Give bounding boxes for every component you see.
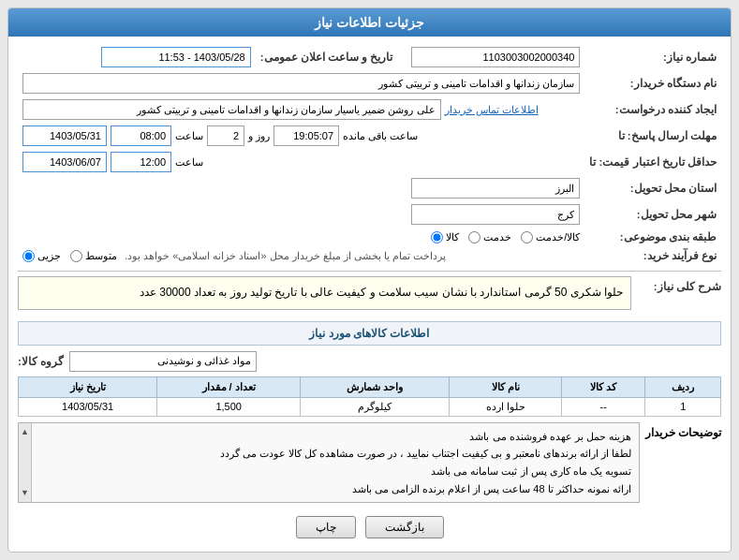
buyer-org-input[interactable] [22,73,580,94]
reply-day-input[interactable] [207,125,244,146]
col-header-row: ردیف [645,376,721,397]
purchase-radio-medium[interactable]: متوسط [70,250,117,262]
reply-time-input[interactable] [111,125,171,146]
description-box: حلوا شکری 50 گرمی استاندارد با نشان سیب … [18,276,631,310]
price-time-label: ساعت [175,156,203,169]
col-header-name: نام کالا [450,376,562,397]
notes-content: ▲ ▼ هزینه حمل بر عهده فروشنده می باشدلطف… [18,422,640,504]
table-row: 1--حلوا اردهکیلوگرم1,5001403/05/31 [19,397,721,416]
notes-lines: هزینه حمل بر عهده فروشنده می باشدلطفا از… [36,428,631,498]
cell-date: 1403/05/31 [19,397,157,416]
cell-row: 1 [645,397,721,416]
note-line: تسویه یک ماه کاری پس از ثبت سامانه می با… [36,463,631,480]
purchase-note: پرداخت تمام یا بخشی از مبلغ خریدار محل «… [125,250,446,262]
need-number-input[interactable] [411,47,580,67]
reply-day-label: روز و [248,130,270,142]
page-title: جزئیات اطلاعات نیاز [315,15,424,30]
notes-scrollbar[interactable]: ▲ ▼ [19,423,32,503]
province-label: استان محل تحویل: [584,175,721,201]
info-table: شماره نیاز: تاریخ و ساعت اعلان عمومی: نا… [18,44,721,265]
note-line: لطفا از ارائه برندهای نامعتبر و بی کیفیت… [36,445,631,463]
reply-remaining-label: ساعت باقی مانده [343,130,418,142]
scroll-up-arrow[interactable]: ▲ [19,423,31,441]
notes-section: توضیحات خریدار ▲ ▼ هزینه حمل بر عهده فرو… [18,422,721,504]
purchase-radio-partial[interactable]: جزیی [22,250,61,262]
notes-label: توضیحات خریدار [645,422,721,504]
col-header-code: کد کالا [562,376,645,397]
goods-table: ردیف کد کالا نام کالا واحد شمارش تعداد /… [18,376,721,417]
category-label: طبقه بندی موضوعی: [584,228,721,246]
buttons-row: بازگشت چاپ [18,510,721,544]
category-radio-goods[interactable]: کالا [431,231,459,243]
col-header-unit: واحد شمارش [301,376,450,397]
date-input[interactable] [101,47,251,67]
category-radio-service[interactable]: خدمت [468,231,511,243]
description-text: حلوا شکری 50 گرمی استاندارد با نشان سیب … [140,286,623,299]
card-body: شماره نیاز: تاریخ و ساعت اعلان عمومی: نا… [8,37,731,552]
print-button[interactable]: چاپ [296,516,356,538]
scroll-down-arrow[interactable]: ▼ [19,484,31,502]
back-button[interactable]: بازگشت [365,516,444,538]
note-line: ارائه نمونه حداکثر تا 48 ساعت پس از اعلا… [36,480,631,498]
cell-code: -- [562,397,645,416]
category-label-goods-services: کالا/خدمت [536,231,580,243]
price-date-input[interactable] [22,152,107,172]
province-input[interactable] [411,178,580,199]
reply-date-input[interactable] [22,125,107,146]
category-label-service: خدمت [483,231,511,243]
goods-group-label: گروه کالا: [18,355,64,368]
goods-group-input[interactable] [69,351,257,372]
cell-quantity: 1,500 [157,397,301,416]
goods-info-title: اطلاعات کالاهای مورد نیاز [18,321,721,346]
purchase-label-partial: جزیی [37,250,61,262]
date-label: تاریخ و ساعت اعلان عمومی: [256,44,398,70]
category-label-goods: کالا [446,231,459,243]
city-input[interactable] [411,204,580,225]
category-radio-goods-services[interactable]: کالا/خدمت [521,231,580,243]
purchase-label-medium: متوسط [85,250,117,262]
creator-label: ایجاد کننده درخواست: [584,96,721,123]
note-line: هزینه حمل بر عهده فروشنده می باشد [36,428,631,446]
price-deadline-label: حداقل تاریخ اعتبار قیمت: تا [584,149,721,175]
main-card: جزئیات اطلاعات نیاز شماره نیاز: تاریخ و … [7,7,732,553]
purchase-type-label: نوع فرآیند خرید: [584,246,721,265]
reply-deadline-label: مهلت ارسال پاسخ: تا [584,123,721,149]
contact-link[interactable]: اطلاعات تماس خریدار [445,104,539,116]
reply-remaining-input[interactable] [273,125,339,146]
price-time-input[interactable] [111,152,171,172]
card-header: جزئیات اطلاعات نیاز [8,8,731,37]
col-header-date: تاریخ نیاز [19,376,157,397]
need-number-label: شماره نیاز: [584,44,721,70]
reply-time-label: ساعت [175,130,203,142]
cell-unit: کیلوگرم [301,397,450,416]
creator-input[interactable] [22,99,441,120]
page-container: جزئیات اطلاعات نیاز شماره نیاز: تاریخ و … [0,0,739,560]
city-label: شهر محل تحویل: [584,201,721,228]
cell-name: حلوا ارده [450,397,562,416]
buyer-org-label: نام دستگاه خریدار: [584,70,721,96]
col-header-quantity: تعداد / مقدار [157,376,301,397]
description-label: شرح کلی نیاز: [637,276,721,293]
